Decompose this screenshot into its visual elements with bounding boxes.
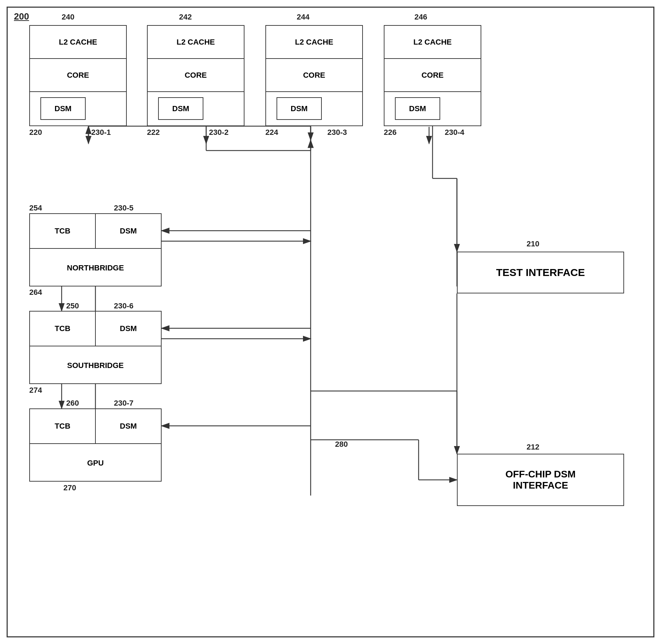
ref-230-6: 230-6 [114, 301, 133, 310]
ref-254: 254 [29, 204, 42, 213]
cpu3-core: CORE [303, 71, 325, 80]
ref-230-2: 230-2 [209, 128, 228, 137]
southbridge-dsm: DSM [120, 324, 137, 333]
cpu4-l2cache: L2 CACHE [413, 38, 452, 47]
cpu1-dsm: DSM [55, 104, 72, 113]
ref-230-1: 230-1 [91, 128, 111, 137]
cpu4-dsm: DSM [409, 104, 426, 113]
cpu2-outer: L2 CACHE CORE DSM [147, 25, 244, 126]
ref-274: 274 [29, 386, 42, 395]
southbridge-tcb: TCB [55, 324, 70, 333]
gpu-label: GPU [87, 459, 104, 468]
ref-246: 246 [414, 13, 427, 22]
offchip-dsm-label2: INTERFACE [513, 480, 568, 491]
cpu3-l2cache: L2 CACHE [295, 38, 333, 47]
cpu3-outer: L2 CACHE CORE DSM [265, 25, 363, 126]
ref-242: 242 [179, 13, 192, 22]
gpu-tcb: TCB [55, 422, 70, 431]
ref-240: 240 [62, 13, 75, 22]
ref-280: 280 [335, 440, 348, 449]
ref-250: 250 [66, 301, 79, 310]
southbridge-outer: TCB DSM SOUTHBRIDGE [29, 311, 162, 384]
northbridge-dsm: DSM [120, 227, 137, 236]
ref-224: 224 [265, 128, 278, 137]
northbridge-tcb: TCB [55, 227, 70, 236]
ref-220: 220 [29, 128, 42, 137]
test-interface-box: TEST INTERFACE [457, 252, 624, 293]
offchip-dsm-box: OFF-CHIP DSM INTERFACE [457, 454, 624, 506]
cpu1-l2cache: L2 CACHE [59, 38, 97, 47]
northbridge-outer: TCB DSM NORTHBRIDGE [29, 213, 162, 286]
ref-212: 212 [527, 443, 539, 452]
ref-210: 210 [527, 239, 539, 248]
ref-230-5: 230-5 [114, 204, 133, 213]
gpu-outer: TCB DSM GPU [29, 408, 162, 482]
ref-264: 264 [29, 288, 42, 297]
ref-226: 226 [384, 128, 397, 137]
ref-244: 244 [297, 13, 310, 22]
ref-260: 260 [66, 399, 79, 408]
ref-222: 222 [147, 128, 160, 137]
cpu1-core: CORE [67, 71, 89, 80]
cpu4-core: CORE [421, 71, 444, 80]
cpu4-outer: L2 CACHE CORE DSM [384, 25, 481, 126]
diagram-container: 200 L2 CACHE CORE DSM 240 220 230-1 L2 C… [7, 7, 654, 637]
ref-270: 270 [63, 483, 76, 492]
gpu-dsm: DSM [120, 422, 137, 431]
cpu2-core: CORE [185, 71, 207, 80]
southbridge-label: SOUTHBRIDGE [67, 361, 124, 370]
cpu1-outer: L2 CACHE CORE DSM [29, 25, 127, 126]
diagram-ref-200: 200 [14, 11, 29, 22]
cpu2-l2cache: L2 CACHE [177, 38, 215, 47]
ref-230-4: 230-4 [445, 128, 464, 137]
northbridge-label: NORTHBRIDGE [67, 263, 124, 273]
cpu2-dsm: DSM [172, 104, 189, 113]
offchip-dsm-label1: OFF-CHIP DSM [505, 469, 576, 480]
cpu3-dsm: DSM [291, 104, 308, 113]
ref-230-3: 230-3 [327, 128, 347, 137]
test-interface-label: TEST INTERFACE [496, 267, 585, 278]
ref-230-7: 230-7 [114, 399, 133, 408]
